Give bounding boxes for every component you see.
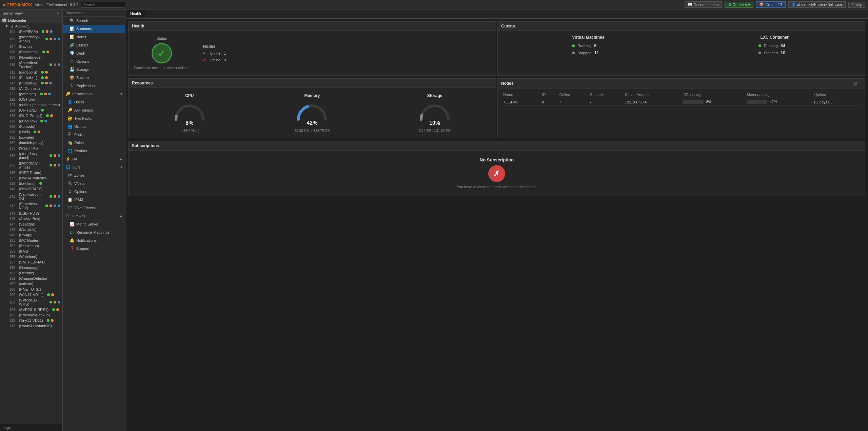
list-item[interactable]: 135 (pterodactyl-wing1) (0, 160, 62, 170)
nav-item-backup[interactable]: 📦 Backup (63, 74, 125, 82)
list-item[interactable]: 112 (Tiny11-VD11) (0, 318, 62, 323)
list-item[interactable]: 103 (SVR2016-WMS) (0, 297, 62, 307)
list-item[interactable]: 102 (WIN11-VD11) (0, 292, 62, 297)
nav-group-sdn[interactable]: 🌐 SDN ▾ (63, 163, 125, 171)
nav-item-notes[interactable]: 📝 Notes (63, 33, 125, 41)
list-item[interactable]: 134 (pterodactyl-panel) (0, 151, 62, 160)
list-item[interactable]: 113 (Pit-hole-1) (0, 75, 62, 80)
memory-value: 42% (307, 120, 317, 126)
nav-item-summary[interactable]: 📊 Summary (63, 25, 125, 33)
nav-item-ceph[interactable]: 💎 Ceph (63, 49, 125, 57)
user-menu-button[interactable]: 👤 phoenix@PhoenixNet-Labs (788, 1, 846, 8)
table-row[interactable]: XGSRV1 0 ✔ - 192.168.99.4 8% (500, 98, 862, 106)
lxc-stopped-count: 10 (781, 50, 791, 55)
list-item[interactable]: 132 (immich-proxy) (0, 140, 62, 145)
nav-item-resource-mappings[interactable]: 🗂 Resource Mappings (63, 228, 125, 236)
memory-detail: 79.30 GB of 188.75 GB (295, 129, 330, 133)
create-ct-button[interactable]: 📦 Create CT (756, 1, 786, 8)
nav-group-firewall[interactable]: 🛡 Firewall ▸ (63, 212, 125, 220)
refresh-button[interactable]: ↻ (853, 81, 857, 86)
tab-health[interactable]: Health (125, 9, 146, 18)
list-item[interactable]: 108 (Bookstack) (0, 49, 62, 55)
list-item[interactable]: 128 (guac-ngx) (0, 118, 62, 124)
list-item[interactable]: 121 (portainer) (0, 91, 62, 97)
list-item[interactable]: 140 (Dell-iDRAC6) (0, 186, 62, 192)
nav-item-groups[interactable]: 👥 Groups (63, 122, 125, 131)
list-item[interactable]: 117 (Pit-hole-2) (0, 80, 62, 86)
nav-item-pools[interactable]: 🗄 Pools (63, 131, 125, 139)
storage-gauge: 10% (418, 101, 452, 126)
list-item[interactable]: 147 (Searzng) (0, 221, 62, 227)
nav-item-cluster[interactable]: 🔗 Cluster (63, 41, 125, 49)
list-item[interactable]: 111 (danbooru) (0, 70, 62, 75)
list-item[interactable]: 155 (Wikiclone) (0, 254, 62, 259)
list-item[interactable]: 161 (Deemix) (0, 270, 62, 276)
list-item[interactable]: 139 (ilo4-fans) (0, 181, 62, 186)
cell-id: 0 (539, 98, 556, 106)
create-vm-button[interactable]: 🖥 Create VM (725, 2, 754, 8)
tree-node-xgsrv1[interactable]: ▼ 🖥 XGSRV1 (0, 23, 62, 29)
list-item[interactable]: 158 (Homepage) (0, 265, 62, 270)
list-item[interactable]: 104 (SVR2019-RDS1) (0, 307, 62, 312)
nav-item-api-tokens[interactable]: 🔑 API Tokens (63, 106, 125, 114)
nav-item-replication[interactable]: ↻ Replication (63, 82, 125, 90)
tree-datacenter[interactable]: 🏢 Datacenter (0, 17, 62, 23)
list-item[interactable]: 162 (ChangeDetector) (0, 276, 62, 281)
nav-item-options[interactable]: ⚙ Options (63, 57, 125, 65)
list-item[interactable]: 107 (Kavita) (0, 44, 62, 49)
nav-item-roles[interactable]: 🎭 Roles (63, 139, 125, 147)
list-item[interactable]: 152 (Beelzebub) (0, 243, 62, 249)
nav-group-ha[interactable]: ⚡ HA ▸ (63, 155, 125, 163)
nav-item-notifications[interactable]: 🔔 Notifications (63, 236, 125, 244)
help-button[interactable]: ? Help (848, 2, 865, 8)
list-item[interactable]: 106 (pterodactyl-wing2) (0, 34, 62, 44)
nav-item-vnet-firewall[interactable]: 🛡 VNet Firewall (63, 204, 125, 212)
list-item[interactable]: 157 (SMTPLB-HA1) (0, 259, 62, 265)
list-item[interactable]: 122 (OSTicket) (0, 97, 62, 102)
list-item[interactable]: 144 (BSky-PDS) (0, 211, 62, 216)
list-item[interactable]: 148 (Manyfold) (0, 227, 62, 232)
list-item[interactable]: 100 (PNET-UTIL1) (0, 287, 62, 292)
list-item[interactable]: 142 (Paperless-NGX) (0, 201, 62, 211)
logs-bar[interactable]: Logs (0, 424, 62, 431)
nav-item-support[interactable]: ❓ Support (63, 244, 125, 253)
collapse-button[interactable]: _ (859, 81, 862, 86)
resources-content: CPU 8% of 56 CPU(s) (129, 88, 496, 138)
list-item[interactable]: 133 (Wazuh-XG) (0, 145, 62, 151)
list-item[interactable]: 167 (calcorn) (0, 281, 62, 287)
list-item[interactable]: 151 (MC-Router) (0, 238, 62, 243)
list-item[interactable]: 136 (RIPE-Probe) (0, 170, 62, 175)
list-item[interactable]: 130 (Hatifi) (0, 129, 62, 135)
documentation-button[interactable]: 📖 Documentation (685, 1, 722, 8)
nav-item-metric-server[interactable]: 📈 Metric Server (63, 220, 125, 228)
list-item[interactable]: 101 (PHPIPAM) (0, 29, 62, 34)
nav-item-two-factor[interactable]: 🔐 Two Factor (63, 114, 125, 122)
list-item[interactable]: 137 (UniFi-Controller) (0, 175, 62, 181)
nav-group-permissions[interactable]: 🔑 Permissions ▾ (63, 90, 125, 98)
nav-item-vnets[interactable]: 🔌 VNets (63, 179, 125, 188)
list-item[interactable]: 129 (Komodo) (0, 124, 62, 129)
list-item[interactable]: 119 (AirConnect) (0, 86, 62, 91)
list-item[interactable]: 113 (HomeAssistantOS) (0, 323, 62, 329)
list-item[interactable]: 141 (Vaultwardon-XG) (0, 192, 62, 201)
list-item[interactable]: 123 (netbox.phoenixnet.tech) (0, 102, 62, 107)
list-item[interactable]: 126 (DUO-Proxy1) (0, 113, 62, 118)
list-item[interactable]: 124 (CF-TUN1) (0, 107, 62, 113)
list-item[interactable]: 110 (Speedtest-Tracker) (0, 60, 62, 70)
nav-item-users[interactable]: 👤 Users (63, 98, 125, 106)
list-item[interactable]: 146 (ArchiveBox) (0, 216, 62, 221)
nav-item-search[interactable]: 🔍 Search (63, 17, 125, 25)
groups-icon: 👥 (67, 124, 72, 129)
list-item[interactable]: 109 (Homebridge) (0, 55, 62, 60)
global-search-input[interactable] (81, 2, 125, 8)
list-item[interactable]: 153 (KMS) (0, 249, 62, 254)
nav-item-ipam[interactable]: 📋 IPAM (63, 196, 125, 204)
list-item[interactable]: 131 (scrypted) (0, 135, 62, 140)
settings-icon[interactable]: ⚙ (56, 11, 60, 15)
nav-item-realms[interactable]: 🌐 Realms (63, 147, 125, 155)
list-item[interactable]: 105 (Proxmox-Backup) (0, 312, 62, 318)
nav-item-sdn-options[interactable]: ⚙ Options (63, 188, 125, 196)
list-item[interactable]: 149 (Piwigo) (0, 232, 62, 238)
nav-item-storage[interactable]: 💾 Storage (63, 65, 125, 74)
nav-item-zones[interactable]: 🗺 Zones (63, 171, 125, 179)
